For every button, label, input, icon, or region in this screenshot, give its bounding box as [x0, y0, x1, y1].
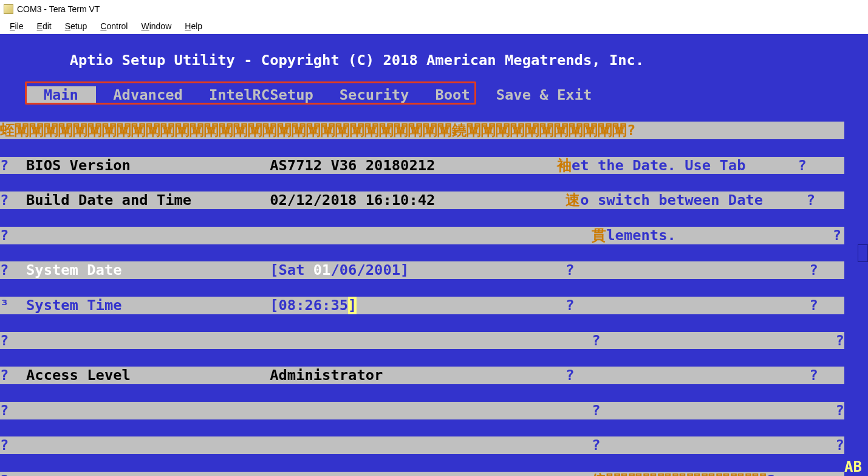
- bios-version-value: AS7712 V36 20180212: [270, 157, 435, 174]
- menu-file[interactable]: File: [4, 20, 30, 32]
- garble-row: 闡闡闡闡闡闡闡闡闡闡闡: [606, 472, 767, 476]
- system-time-label: System Time: [26, 297, 122, 314]
- garble-char: 蛭: [0, 122, 15, 139]
- tab-security[interactable]: Security: [340, 86, 409, 103]
- tab-intelrcsetup[interactable]: IntelRCSetup: [209, 86, 313, 103]
- garble-row: 闡闡闡闡闡闡闡闡闡闡闡闡闡闡闡闡闡闡闡闡闡闡闡闡闡闡闡闡闡闡鐃闡闡闡闡闡闡闡闡闡…: [15, 122, 627, 139]
- window-title: COM3 - Tera Term VT: [17, 4, 100, 14]
- bios-header: Aptio Setup Utility - Copyright (C) 2018…: [70, 52, 644, 69]
- help-line-3: lements.: [606, 227, 676, 244]
- help-line-1: et the Date. Use Tab: [572, 157, 746, 174]
- app-icon: [4, 4, 13, 14]
- build-date-label: Build Date and Time: [26, 191, 191, 209]
- title-bar: COM3 - Tera Term VT: [0, 0, 868, 18]
- system-date-label: System Date: [26, 261, 122, 278]
- build-date-value: 02/12/2018 16:10:42: [270, 191, 435, 209]
- menu-bar: File Edit Setup Control Window Help: [0, 18, 868, 34]
- menu-setup[interactable]: Setup: [59, 20, 94, 32]
- scrollbar-track[interactable]: [858, 244, 868, 262]
- menu-help[interactable]: Help: [179, 20, 208, 32]
- menu-control[interactable]: Control: [94, 20, 134, 32]
- menu-window[interactable]: Window: [135, 20, 177, 32]
- terminal-area[interactable]: Aptio Setup Utility - Copyright (C) 2018…: [0, 34, 868, 476]
- access-level-label: Access Level: [26, 367, 131, 384]
- system-date-value[interactable]: [Sat 01/06/2001]: [270, 261, 409, 278]
- access-level-value: Administrator: [270, 367, 383, 384]
- help-line-2: o switch between Date: [580, 191, 763, 209]
- system-time-value[interactable]: [08:26:35]: [270, 297, 357, 314]
- tab-advanced[interactable]: Advanced: [113, 86, 183, 103]
- cursor: ]: [348, 297, 357, 314]
- tab-save-exit[interactable]: Save & Exit: [496, 86, 592, 103]
- bios-version-label: BIOS Version: [26, 157, 131, 174]
- ab-indicator: AB: [844, 458, 862, 476]
- tab-main[interactable]: Main: [26, 86, 96, 103]
- menu-edit[interactable]: Edit: [31, 20, 58, 32]
- tab-boot[interactable]: Boot: [435, 86, 470, 103]
